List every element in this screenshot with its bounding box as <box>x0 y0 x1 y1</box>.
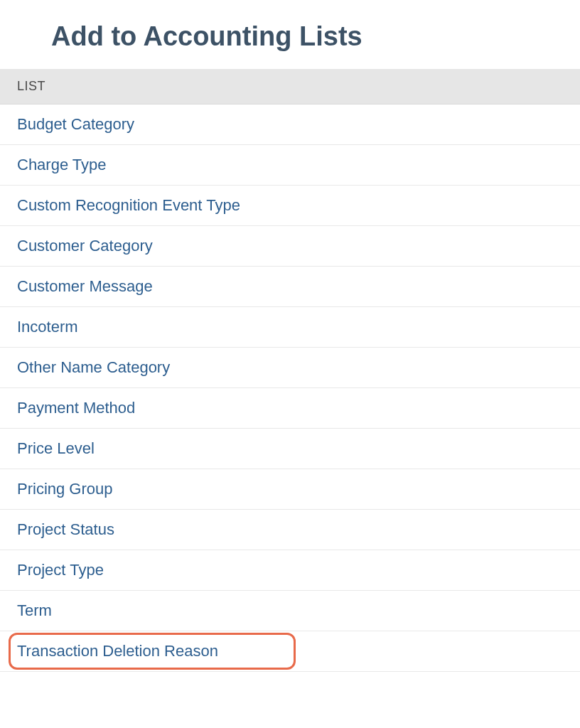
list-item[interactable]: Customer Category <box>0 226 580 267</box>
list-item[interactable]: Project Type <box>0 550 580 591</box>
list-item-label: Customer Category <box>17 237 153 255</box>
list-item-label: Transaction Deletion Reason <box>17 642 218 660</box>
list-item-label: Custom Recognition Event Type <box>17 196 240 214</box>
list-item[interactable]: Term <box>0 591 580 631</box>
list-item-label: Pricing Group <box>17 480 113 498</box>
list-item-label: Payment Method <box>17 399 135 417</box>
list-item[interactable]: Customer Message <box>0 267 580 307</box>
list-item[interactable]: Payment Method <box>0 388 580 429</box>
list-item[interactable]: Other Name Category <box>0 348 580 388</box>
list-item[interactable]: Budget Category <box>0 105 580 145</box>
list-item[interactable]: Project Status <box>0 510 580 550</box>
list-item-label: Term <box>17 601 52 619</box>
list-item[interactable]: Incoterm <box>0 307 580 348</box>
list-item-label: Customer Message <box>17 277 153 295</box>
list-item-label: Charge Type <box>17 156 107 173</box>
list-item[interactable]: Charge Type <box>0 145 580 186</box>
list-item-label: Budget Category <box>17 115 134 133</box>
list-item-label: Price Level <box>17 439 95 457</box>
list-item-label: Incoterm <box>17 318 78 336</box>
list-item-label: Other Name Category <box>17 358 170 376</box>
list-item[interactable]: Pricing Group <box>0 469 580 510</box>
list-item[interactable]: Custom Recognition Event Type <box>0 186 580 226</box>
list-item-label: Project Status <box>17 520 114 538</box>
page-title: Add to Accounting Lists <box>0 0 580 69</box>
list-item[interactable]: Price Level <box>0 429 580 469</box>
table-column-header: LIST <box>0 69 580 105</box>
list-item[interactable]: Transaction Deletion Reason <box>0 631 580 672</box>
accounting-lists-container: Budget CategoryCharge TypeCustom Recogni… <box>0 105 580 672</box>
list-item-label: Project Type <box>17 561 104 579</box>
